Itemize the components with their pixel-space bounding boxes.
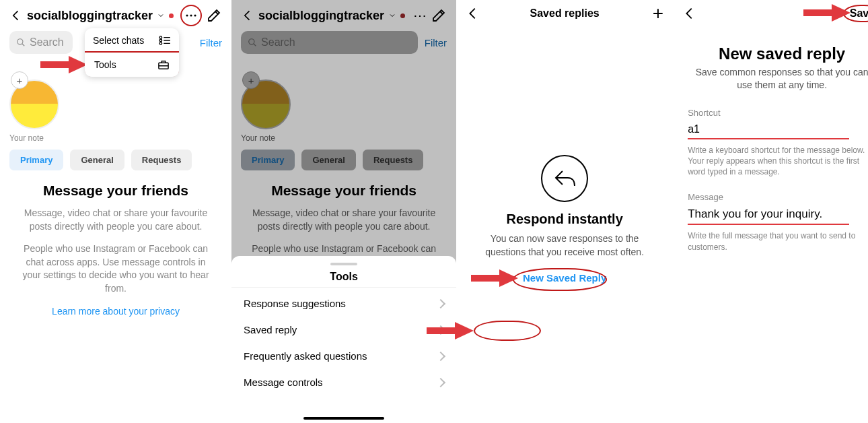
row-label: Frequently asked questions — [244, 350, 367, 362]
select-chats-icon — [159, 36, 171, 45]
svg-line-6 — [22, 44, 25, 46]
tools-sheet: Tools Response suggestions Saved reply F… — [231, 256, 456, 423]
menu-label: Select chats — [93, 35, 144, 46]
sheet-title: Tools — [231, 271, 456, 283]
chevron-right-icon — [436, 298, 445, 308]
chevron-right-icon — [436, 377, 445, 387]
add-button[interactable]: + — [653, 3, 663, 24]
compose-icon[interactable] — [206, 7, 222, 24]
search-input[interactable]: Search — [9, 31, 73, 54]
chevron-down-icon[interactable] — [157, 11, 165, 20]
annotation-arrow — [427, 322, 474, 339]
message-label: Message — [688, 192, 868, 202]
tools-response-suggestions[interactable]: Response suggestions — [231, 290, 456, 317]
menu-select-chats[interactable]: Select chats — [85, 28, 179, 53]
sheet-handle[interactable] — [330, 263, 357, 265]
row-label: Response suggestions — [244, 298, 346, 309]
svg-point-11 — [159, 42, 162, 45]
search-placeholder: Search — [30, 36, 64, 48]
annotation-underline — [688, 138, 849, 139]
annotation-arrow — [471, 269, 518, 287]
svg-point-5 — [17, 39, 23, 44]
empty-p1: Message, video chat or share your favour… — [17, 207, 214, 233]
shortcut-hint: Write a keyboard shortcut for the messag… — [688, 145, 868, 178]
filter-link[interactable]: Filter — [200, 37, 222, 48]
more-options-button[interactable] — [180, 5, 202, 26]
new-reply-heading: New saved reply — [688, 44, 868, 63]
annotation-underline — [688, 224, 849, 225]
tools-faq[interactable]: Frequently asked questions — [231, 343, 456, 369]
chevron-right-icon — [436, 351, 445, 360]
your-note-avatar[interactable]: + — [9, 79, 59, 129]
tools-message-controls[interactable]: Message controls — [231, 369, 456, 395]
more-menu-popover: Select chats Tools — [85, 28, 179, 77]
new-reply-sub: Save common responses so that you can us… — [688, 66, 868, 92]
row-label: Message controls — [244, 377, 323, 388]
empty-p2: People who use Instagram or Facebook can… — [17, 242, 214, 295]
back-icon[interactable] — [682, 6, 697, 21]
search-icon — [16, 38, 26, 47]
svg-point-3 — [190, 14, 192, 16]
tools-saved-reply[interactable]: Saved reply — [231, 317, 456, 343]
respond-heading: Respond instantly — [476, 212, 653, 227]
empty-heading: Message your friends — [17, 183, 214, 199]
back-icon[interactable] — [9, 9, 23, 22]
add-note-button[interactable]: + — [11, 71, 28, 89]
username[interactable]: socialbloggingtracker — [27, 9, 153, 23]
row-label: Saved reply — [244, 324, 297, 335]
svg-point-4 — [194, 14, 196, 16]
menu-tools[interactable]: Tools — [85, 51, 179, 77]
svg-point-9 — [159, 39, 162, 42]
respond-sub: You can now save responses to the questi… — [476, 232, 653, 259]
shortcut-label: Shortcut — [688, 108, 868, 118]
annotation-arrow — [803, 4, 851, 22]
message-input[interactable]: Thank you for your inquiry. — [688, 207, 868, 221]
tab-requests[interactable]: Requests — [131, 150, 192, 170]
back-icon[interactable] — [466, 6, 480, 21]
annotation-ellipse — [474, 321, 541, 341]
notification-dot — [169, 13, 174, 18]
page-title: Saved replies — [530, 7, 600, 20]
tab-general[interactable]: General — [70, 150, 124, 170]
shortcut-input[interactable]: a1 — [688, 123, 868, 135]
annotation-ellipse — [513, 268, 607, 291]
reply-icon — [541, 155, 588, 202]
svg-point-7 — [159, 36, 162, 39]
home-indicator — [303, 417, 384, 420]
annotation-arrow — [40, 55, 87, 74]
your-note-label: Your note — [9, 133, 222, 143]
tab-primary[interactable]: Primary — [9, 150, 63, 170]
message-hint: Write the full message that you want to … — [688, 230, 868, 252]
privacy-link[interactable]: Learn more about your privacy — [17, 305, 214, 319]
svg-point-2 — [186, 14, 188, 16]
menu-label: Tools — [94, 59, 116, 70]
toolbox-icon — [157, 59, 170, 70]
